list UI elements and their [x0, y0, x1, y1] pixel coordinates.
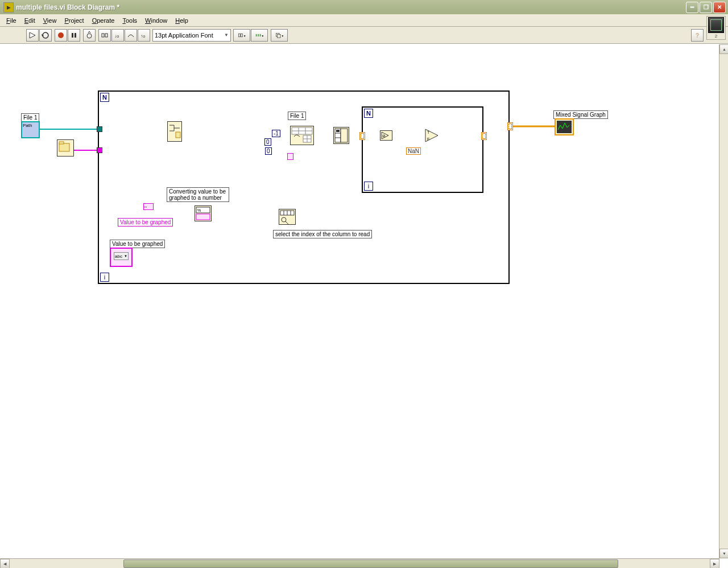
tunnel-path-in[interactable] [97, 126, 102, 132]
menu-window[interactable]: Window [141, 16, 171, 25]
mixed-signal-graph-indicator[interactable] [555, 118, 574, 135]
list-folder-node[interactable] [57, 139, 74, 157]
svg-rect-32 [196, 214, 210, 220]
svg-text:▼: ▼ [243, 34, 246, 37]
svg-point-3 [87, 34, 92, 38]
svg-rect-12 [258, 34, 259, 36]
svg-text:↑o: ↑o [140, 34, 146, 39]
menu-project[interactable]: Project [60, 16, 88, 25]
svg-rect-24 [341, 129, 348, 142]
menu-view[interactable]: View [39, 16, 61, 25]
retain-wire-button[interactable] [98, 29, 111, 42]
convert-comment: Converting value to be graphed to a numb… [167, 187, 229, 202]
select-node[interactable]: TF [424, 128, 439, 143]
not-a-number-node[interactable]: ⊘ [380, 130, 392, 141]
inner-i-terminal[interactable]: i [364, 182, 373, 191]
read-spreadsheet-node[interactable] [290, 126, 314, 145]
build-path-node[interactable] [167, 121, 182, 142]
value-graphed-control[interactable]: abc▼ [110, 248, 133, 267]
vertical-scrollbar[interactable]: ▲ ▼ [719, 44, 728, 539]
align-button[interactable]: ▼ [233, 29, 250, 42]
close-button[interactable]: ✕ [713, 2, 726, 13]
step-into-button[interactable]: ↓o [111, 29, 124, 42]
labview-app-icon: ▶ [3, 2, 14, 13]
vi-icon [708, 17, 724, 33]
select-index-comment: select the index of the column to read [273, 230, 372, 238]
svg-text:⊘: ⊘ [382, 134, 386, 138]
dropdown-arrow-icon: ▼ [224, 32, 229, 38]
outer-n-terminal[interactable]: N [100, 93, 109, 102]
vi-icon-pane[interactable]: 2 [706, 16, 726, 40]
window-title: multiple files.vi Block Diagram * [16, 3, 686, 11]
svg-rect-11 [256, 34, 257, 36]
value-graphed-label: Value to be graphed [118, 218, 173, 227]
help-button[interactable]: ? [691, 29, 704, 42]
minimize-button[interactable]: ━ [686, 2, 698, 13]
menu-file[interactable]: File [2, 16, 20, 25]
svg-text:T: T [427, 130, 430, 134]
pause-button[interactable] [68, 29, 80, 42]
svg-text:↓o: ↓o [114, 34, 119, 39]
const-neg1[interactable]: -1 [272, 130, 280, 137]
nan-constant[interactable]: NaN [406, 147, 421, 155]
menu-edit[interactable]: Edit [20, 16, 39, 25]
maximize-button[interactable]: ❐ [700, 2, 712, 13]
tunnel-names-in[interactable] [97, 147, 102, 153]
inner-for-loop[interactable]: N i [362, 106, 483, 193]
svg-rect-18 [59, 143, 69, 151]
toolbar: ↓o ↑o 13pt Application Font ▼ ▼ ▼ ▼ ? [0, 27, 728, 44]
svg-rect-13 [260, 34, 261, 36]
const-zero-b[interactable]: 0 [265, 147, 272, 155]
inner-n-terminal[interactable]: N [364, 109, 373, 118]
file1-path-control[interactable]: Path [21, 121, 40, 138]
string-const-small[interactable]: "" [143, 203, 154, 210]
outer-i-terminal[interactable]: i [100, 273, 109, 282]
file1-control-label: File 1 [21, 113, 39, 122]
window-titlebar: ▶ multiple files.vi Block Diagram * ━ ❐ … [0, 0, 728, 14]
menu-bar: File Edit View Project Operate Tools Win… [0, 14, 728, 27]
svg-point-0 [58, 32, 64, 38]
menu-help[interactable]: Help [171, 16, 192, 25]
svg-rect-29 [557, 121, 572, 133]
block-diagram-canvas[interactable]: File 1 Path N i File 1 -1 0 0 N i ⊘ [0, 44, 682, 539]
const-zero-a[interactable]: 0 [264, 138, 271, 146]
menu-operate[interactable]: Operate [88, 16, 119, 25]
step-out-button[interactable]: ↑o [138, 29, 150, 42]
scan-from-string-node[interactable]: % [195, 205, 212, 221]
step-over-button[interactable] [125, 29, 137, 42]
svg-text:▼: ▼ [262, 34, 264, 37]
svg-rect-25 [336, 130, 340, 132]
highlight-execution-button[interactable] [83, 29, 96, 42]
svg-text:F: F [427, 137, 429, 141]
abort-button[interactable] [55, 29, 67, 42]
mixed-signal-graph-label: Mixed Signal Graph [553, 110, 608, 119]
svg-point-34 [282, 217, 286, 222]
svg-rect-20 [176, 132, 180, 138]
svg-rect-4 [102, 34, 104, 37]
format-string-const[interactable] [287, 153, 293, 160]
svg-rect-2 [75, 33, 76, 38]
svg-rect-8 [238, 34, 240, 37]
value-graphed-control-label: Value to be graphed [110, 240, 165, 248]
run-button[interactable] [26, 29, 39, 42]
file1-local-label: File 1 [288, 112, 306, 120]
inner-tunnel-in[interactable] [359, 132, 365, 140]
font-label: 13pt Application Font [155, 32, 213, 39]
svg-text:▼: ▼ [282, 34, 284, 37]
svg-rect-19 [59, 142, 64, 144]
reorder-button[interactable]: ▼ [271, 29, 288, 42]
tunnel-result-out[interactable] [507, 122, 513, 130]
menu-tools[interactable]: Tools [118, 16, 141, 25]
svg-text:%: % [197, 208, 201, 212]
scroll-up-button[interactable]: ▲ [719, 44, 728, 54]
svg-rect-9 [241, 34, 243, 37]
distribute-button[interactable]: ▼ [251, 29, 268, 42]
search-1d-array-node[interactable] [279, 209, 296, 225]
run-continuous-button[interactable] [39, 29, 52, 42]
inner-tunnel-out[interactable] [481, 132, 487, 140]
svg-rect-5 [105, 34, 107, 37]
index-array-node[interactable] [333, 127, 349, 144]
svg-rect-1 [72, 33, 73, 38]
font-selector[interactable]: 13pt Application Font ▼ [152, 29, 231, 42]
svg-rect-16 [278, 34, 281, 38]
